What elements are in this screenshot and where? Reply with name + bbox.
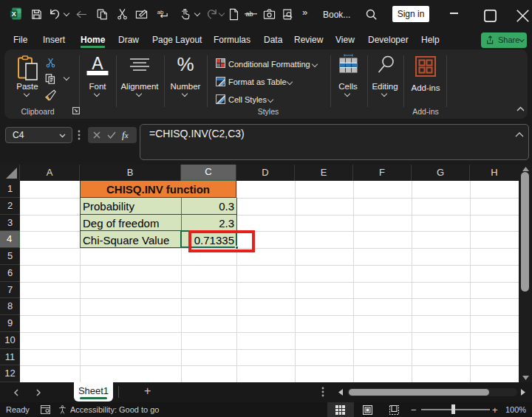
svg-text:X: X	[12, 10, 16, 18]
svg-text:ab: ab	[157, 9, 164, 15]
svg-text:ab: ab	[245, 10, 253, 18]
